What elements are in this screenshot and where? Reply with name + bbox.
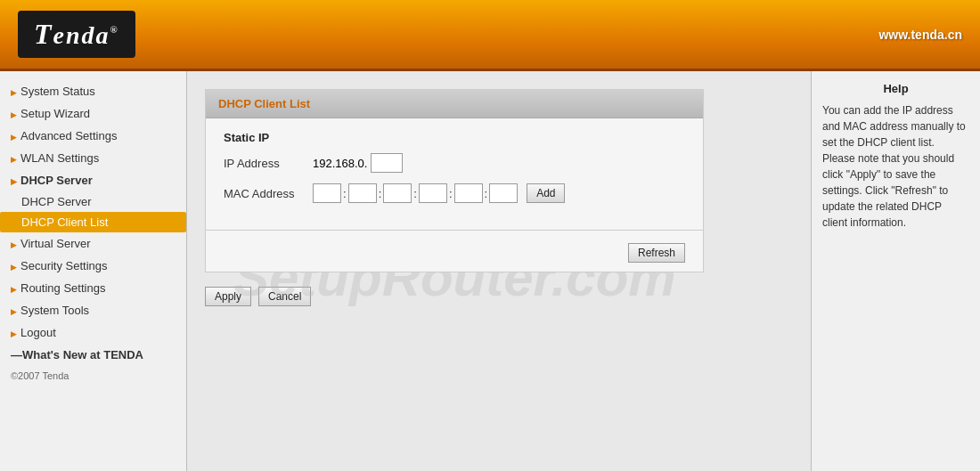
sidebar-sub-dhcp-server[interactable]: DHCP Server (0, 191, 186, 212)
sidebar-item-logout[interactable]: Logout (0, 321, 186, 344)
logo: Tenda® (18, 11, 135, 58)
sidebar-copyright: ©2007 Tenda (0, 366, 186, 386)
mac-input-3[interactable] (383, 183, 412, 203)
mac-input-5[interactable] (454, 183, 483, 203)
refresh-row: Refresh (206, 234, 703, 272)
header: Tenda® www.tenda.cn (0, 0, 980, 71)
main-layout: System Status Setup Wizard Advanced Sett… (0, 71, 980, 471)
sidebar-item-virtual-server[interactable]: Virtual Server (0, 232, 186, 255)
static-ip-title: Static IP (224, 131, 685, 144)
sidebar-item-wlan-settings[interactable]: WLAN Settings (0, 147, 186, 169)
ip-inputs: 192.168.0. (313, 153, 403, 173)
divider (206, 230, 703, 231)
mac-sep-3: : (413, 187, 417, 200)
mac-sep-4: : (449, 187, 453, 200)
sidebar-item-dhcp-server[interactable]: DHCP Server (0, 169, 186, 191)
sidebar-item-security-settings[interactable]: Security Settings (0, 255, 186, 277)
ip-last-input[interactable] (371, 153, 403, 173)
sidebar-item-advanced-settings[interactable]: Advanced Settings (0, 125, 186, 147)
mac-input-6[interactable] (489, 183, 518, 203)
sidebar-item-routing-settings[interactable]: Routing Settings (0, 277, 186, 299)
cancel-button[interactable]: Cancel (258, 287, 311, 306)
sidebar: System Status Setup Wizard Advanced Sett… (0, 71, 187, 471)
mac-inputs: : : : : : Add (313, 183, 565, 203)
sidebar-item-setup-wizard[interactable]: Setup Wizard (0, 102, 186, 125)
sidebar-item-system-tools[interactable]: System Tools (0, 299, 186, 321)
mac-address-row: MAC Address : : : : : Add (224, 183, 685, 203)
action-row: Apply Cancel (205, 272, 793, 306)
mac-input-1[interactable] (313, 183, 341, 203)
logo-text: Tenda® (34, 18, 119, 50)
help-title: Help (822, 82, 969, 95)
ip-address-row: IP Address 192.168.0. (224, 153, 685, 173)
help-panel: Help You can add the IP address and MAC … (811, 71, 980, 471)
section-title: DHCP Client List (206, 90, 703, 118)
logo-reg: ® (110, 24, 119, 35)
ip-prefix: 192.168.0. (313, 157, 367, 170)
mac-input-4[interactable] (419, 183, 447, 203)
mac-sep-2: : (379, 187, 382, 200)
refresh-button[interactable]: Refresh (628, 243, 685, 263)
content-area: SetupRouter.com DHCP Client List Static … (187, 71, 811, 471)
ip-address-label: IP Address (224, 157, 313, 170)
mac-input-2[interactable] (348, 183, 377, 203)
mac-address-label: MAC Address (224, 187, 313, 200)
help-text: You can add the IP address and MAC addre… (822, 102, 969, 231)
sidebar-sub-dhcp-client-list[interactable]: DHCP Client List (0, 212, 186, 232)
sidebar-whats-new: —What's New at TENDA (0, 344, 186, 366)
mac-sep-5: : (485, 187, 488, 200)
add-button[interactable]: Add (527, 183, 565, 203)
content-box: DHCP Client List Static IP IP Address 19… (205, 89, 704, 272)
sidebar-item-system-status[interactable]: System Status (0, 80, 186, 102)
website-url: www.tenda.cn (878, 28, 962, 42)
form-section: Static IP IP Address 192.168.0. MAC Addr… (206, 118, 703, 226)
mac-sep-1: : (343, 187, 347, 200)
apply-button[interactable]: Apply (205, 287, 251, 306)
